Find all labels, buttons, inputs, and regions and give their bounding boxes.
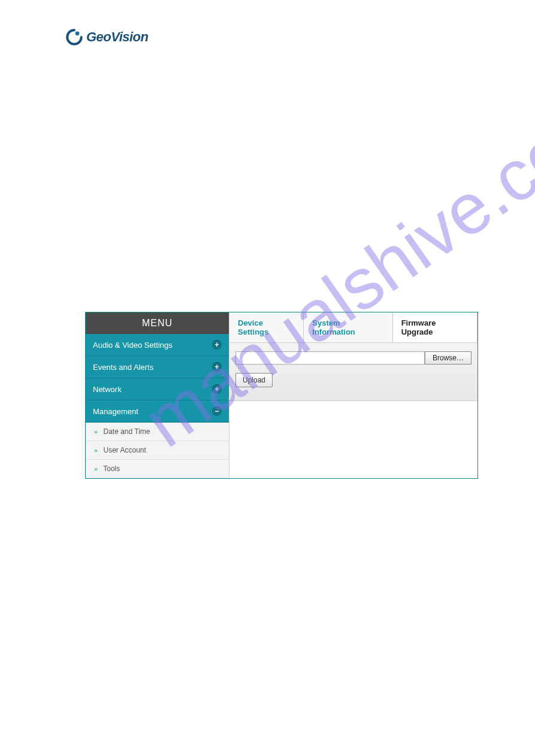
sidebar: MENU Audio & Video Settings + Events and… <box>86 312 229 478</box>
plus-icon: + <box>212 384 222 394</box>
svg-point-0 <box>75 31 80 35</box>
tab-system-information[interactable]: System Information <box>304 312 392 342</box>
sidebar-subitem-label: Date and Time <box>103 427 150 436</box>
firmware-file-input[interactable] <box>235 351 425 365</box>
upload-button[interactable]: Upload <box>235 373 273 387</box>
content-pane: Device Settings System Information Firmw… <box>229 312 477 478</box>
file-row: Browse… <box>235 351 471 365</box>
sidebar-item-events-alerts[interactable]: Events and Alerts + <box>86 356 229 378</box>
sidebar-item-label: Events and Alerts <box>93 363 153 372</box>
brand-text: GeoVision <box>86 29 148 45</box>
admin-panel: MENU Audio & Video Settings + Events and… <box>85 312 478 479</box>
sidebar-item-label: Audio & Video Settings <box>93 341 173 350</box>
bullet-icon: » <box>94 447 98 454</box>
bullet-icon: » <box>94 428 98 435</box>
sidebar-subitem-label: Tools <box>103 464 120 473</box>
menu-header: MENU <box>86 312 229 334</box>
sidebar-item-label: Management <box>93 407 138 416</box>
sidebar-subitem-tools[interactable]: » Tools <box>86 460 229 478</box>
sidebar-item-network[interactable]: Network + <box>86 378 229 400</box>
sidebar-item-management[interactable]: Management − <box>86 400 229 423</box>
sidebar-subitem-label: User Account <box>103 446 146 454</box>
minus-icon: − <box>212 406 222 416</box>
brand-logo: GeoVision <box>66 29 148 45</box>
plus-icon: + <box>212 340 222 350</box>
tab-firmware-upgrade[interactable]: Firmware Upgrade <box>393 312 477 342</box>
tab-device-settings[interactable]: Device Settings <box>229 312 304 342</box>
sidebar-item-audio-video[interactable]: Audio & Video Settings + <box>86 334 229 356</box>
plus-icon: + <box>212 362 222 372</box>
sidebar-subitem-date-time[interactable]: » Date and Time <box>86 423 229 441</box>
firmware-upgrade-panel: Browse… Upload <box>229 343 477 401</box>
browse-button[interactable]: Browse… <box>425 351 471 365</box>
tab-bar: Device Settings System Information Firmw… <box>229 312 477 343</box>
sidebar-subitem-user-account[interactable]: » User Account <box>86 441 229 460</box>
sidebar-item-label: Network <box>93 385 122 394</box>
bullet-icon: » <box>94 465 98 472</box>
logo-mark-icon <box>66 29 83 45</box>
